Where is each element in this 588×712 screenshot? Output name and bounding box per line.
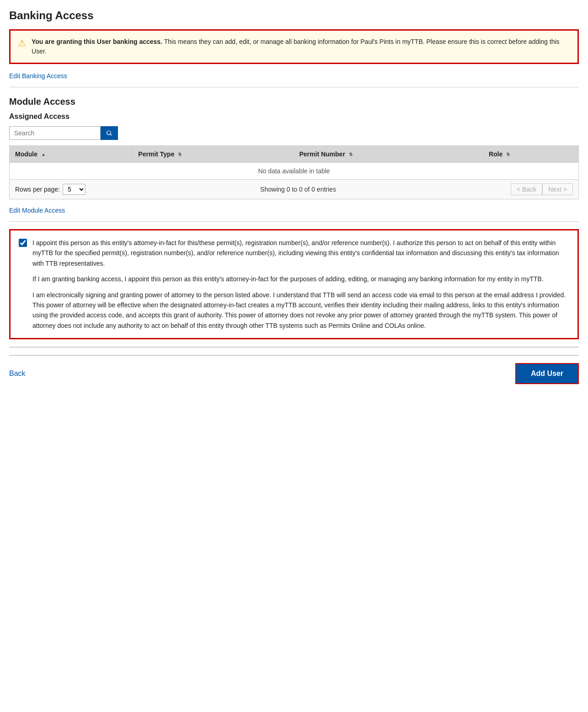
search-input[interactable]	[9, 126, 101, 140]
table-footer: Rows per page: 5 10 25 50 Showing 0 to 0…	[9, 180, 579, 199]
attorney-label-text: I appoint this person as this entity's a…	[32, 238, 569, 331]
sort-permit-number-icon: ⇅	[349, 152, 353, 157]
warning-text: You are granting this User banking acces…	[32, 37, 570, 56]
attorney-checkbox-section: I appoint this person as this entity's a…	[9, 229, 579, 339]
assigned-access-title: Assigned Access	[9, 112, 579, 121]
back-link[interactable]: Back	[9, 369, 26, 378]
next-page-button[interactable]: Next >	[542, 183, 573, 195]
warning-box: ⚠ You are granting this User banking acc…	[9, 29, 579, 64]
sort-role-icon: ⇅	[506, 152, 510, 157]
attorney-paragraph-2: If I am granting banking access, I appoi…	[32, 274, 569, 284]
attorney-paragraph-3: I am electronically signing and granting…	[32, 290, 569, 331]
col-module[interactable]: Module ▲	[10, 146, 133, 163]
edit-module-access-link[interactable]: Edit Module Access	[9, 207, 65, 214]
col-permit-type[interactable]: Permit Type ⇅	[133, 146, 294, 163]
col-role[interactable]: Role ⇅	[483, 146, 578, 163]
col-permit-type-label: Permit Type	[138, 150, 174, 158]
module-access-title: Module Access	[9, 96, 579, 107]
bottom-divider	[9, 347, 579, 348]
bottom-actions: Back Add User	[9, 363, 579, 384]
sort-module-icon: ▲	[41, 152, 46, 157]
col-role-label: Role	[489, 150, 502, 158]
col-permit-number[interactable]: Permit Number ⇅	[294, 146, 483, 163]
divider-2	[9, 221, 579, 222]
search-row	[9, 126, 579, 140]
col-permit-number-label: Permit Number	[299, 150, 345, 158]
add-user-button[interactable]: Add User	[515, 363, 579, 384]
warning-icon: ⚠	[18, 37, 26, 48]
table-empty-row: No data available in table	[10, 163, 579, 180]
search-icon	[106, 129, 113, 137]
attorney-paragraph-1: I appoint this person as this entity's a…	[32, 238, 569, 268]
rows-per-page: Rows per page: 5 10 25 50	[15, 184, 86, 195]
bottom-divider-2	[9, 355, 579, 356]
divider-1	[9, 87, 579, 87]
back-page-button[interactable]: < Back	[511, 183, 542, 195]
edit-banking-access-link[interactable]: Edit Banking Access	[9, 72, 67, 80]
warning-bold: You are granting this User banking acces…	[32, 38, 162, 45]
module-access-table: Module ▲ Permit Type ⇅ Permit Number ⇅ R…	[9, 145, 579, 180]
showing-text: Showing 0 to 0 of 0 entries	[86, 186, 511, 193]
page-title: Banking Access	[9, 9, 579, 22]
rows-per-page-select[interactable]: 5 10 25 50	[63, 184, 86, 195]
col-module-label: Module	[15, 150, 37, 158]
search-button[interactable]	[101, 126, 118, 140]
attorney-checkbox[interactable]	[19, 239, 27, 247]
table-empty-text: No data available in table	[10, 163, 579, 180]
module-access-section: Module Access Assigned Access Module ▲ P…	[9, 96, 579, 214]
rows-per-page-label: Rows per page:	[15, 186, 60, 193]
pagination-controls: < Back Next >	[511, 183, 573, 195]
sort-permit-type-icon: ⇅	[178, 152, 182, 157]
